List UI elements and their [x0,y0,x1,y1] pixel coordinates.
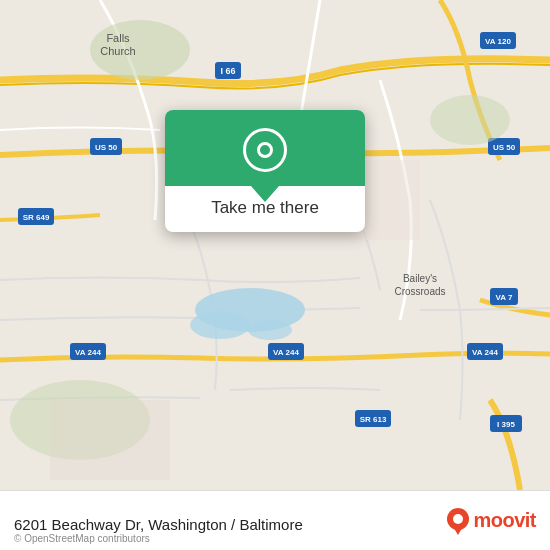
svg-text:SR 613: SR 613 [360,415,387,424]
moovit-brand-text: moovit [473,509,536,532]
svg-text:I 66: I 66 [220,66,235,76]
moovit-pin-icon [445,505,471,537]
pin-inner-circle [257,142,273,158]
moovit-logo: moovit [445,505,536,537]
popup-header [165,110,365,186]
location-popup[interactable]: Take me there [165,110,365,232]
svg-text:Falls: Falls [106,32,130,44]
svg-point-39 [453,514,463,524]
copyright-text: © OpenStreetMap contributors [14,533,150,544]
map-svg: I 66 VA 120 US 50 US 50 US 50 SR 649 VA … [0,0,550,490]
svg-rect-31 [50,400,170,480]
bottom-bar: © OpenStreetMap contributors 6201 Beachw… [0,490,550,550]
location-pin-icon [243,128,287,172]
address-text: 6201 Beachway Dr, Washington / Baltimore [14,516,445,533]
map-area: I 66 VA 120 US 50 US 50 US 50 SR 649 VA … [0,0,550,490]
svg-text:Bailey's: Bailey's [403,273,437,284]
svg-text:VA 120: VA 120 [485,37,511,46]
svg-text:VA 244: VA 244 [75,348,101,357]
popup-pointer [251,186,279,202]
svg-text:Crossroads: Crossroads [394,286,445,297]
svg-text:VA 244: VA 244 [472,348,498,357]
svg-text:Church: Church [100,45,135,57]
svg-marker-38 [452,525,464,535]
svg-text:VA 7: VA 7 [496,293,513,302]
svg-text:US 50: US 50 [493,143,516,152]
svg-point-30 [430,95,510,145]
svg-text:I 395: I 395 [497,420,515,429]
svg-point-26 [190,311,250,339]
svg-text:VA 244: VA 244 [273,348,299,357]
svg-point-27 [248,320,292,340]
svg-text:SR 649: SR 649 [23,213,50,222]
svg-text:US 50: US 50 [95,143,118,152]
